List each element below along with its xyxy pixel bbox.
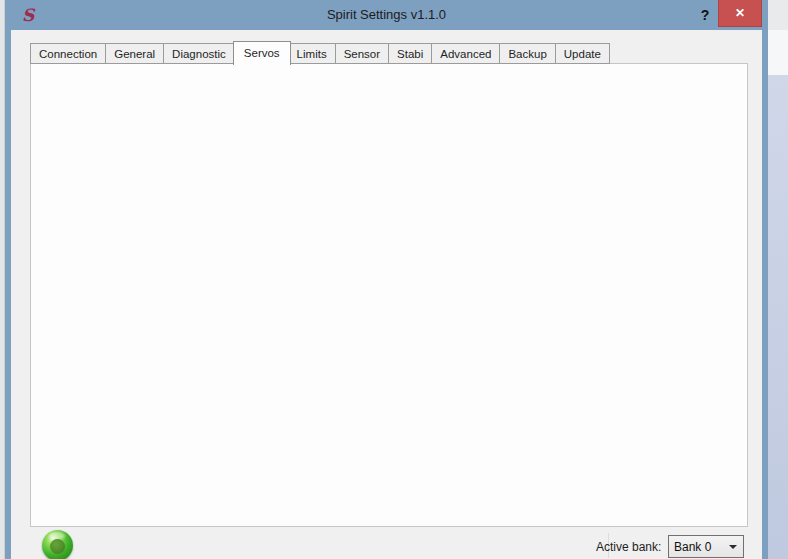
tab-backup[interactable]: Backup [500, 43, 555, 64]
tab-bar: Connection General Diagnostic Servos Lim… [30, 40, 610, 64]
chevron-down-icon [729, 545, 737, 549]
tab-advanced[interactable]: Advanced [432, 43, 500, 64]
active-bank-dropdown[interactable]: Bank 0 [668, 535, 744, 558]
title-bar[interactable]: S Spirit Settings v1.1.0 ? ✕ [5, 0, 768, 30]
dropdown-value: Bank 0 [669, 540, 729, 554]
tab-diagnostic[interactable]: Diagnostic [164, 43, 235, 64]
window-border-right [762, 30, 768, 559]
servos-tab-panel [30, 63, 748, 527]
window-title: Spirit Settings v1.1.0 [5, 0, 768, 30]
tab-connection[interactable]: Connection [30, 43, 106, 64]
tab-update[interactable]: Update [556, 43, 610, 64]
background-desktop-right [768, 75, 788, 559]
active-bank-label: Active bank: [596, 540, 661, 554]
tab-stabi[interactable]: Stabi [389, 43, 432, 64]
close-icon: ✕ [735, 6, 745, 20]
tab-servos[interactable]: Servos [233, 41, 291, 65]
background-desktop-right [768, 0, 788, 30]
help-button[interactable]: ? [695, 3, 715, 27]
tab-limits[interactable]: Limits [289, 43, 336, 64]
close-button[interactable]: ✕ [718, 0, 762, 27]
background-desktop-right [768, 30, 788, 75]
tab-general[interactable]: General [106, 43, 164, 64]
screen: S Spirit Settings v1.1.0 ? ✕ Connection … [0, 0, 788, 559]
connection-status-led [42, 530, 73, 559]
tab-sensor[interactable]: Sensor [336, 43, 389, 64]
